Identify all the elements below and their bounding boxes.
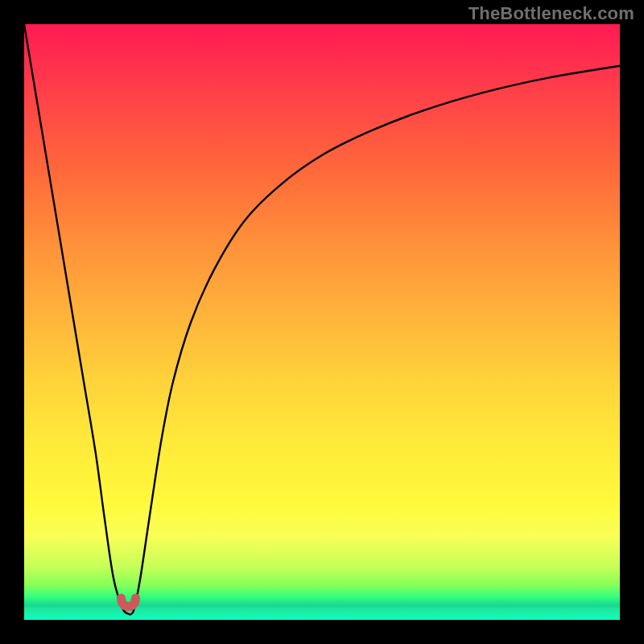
plot-area bbox=[24, 24, 620, 620]
minimum-marker-path bbox=[122, 598, 136, 607]
bottleneck-curve bbox=[24, 24, 620, 615]
curve-path bbox=[24, 24, 620, 615]
chart-svg bbox=[24, 24, 620, 620]
watermark-text: TheBottleneck.com bbox=[469, 3, 634, 24]
minimum-marker bbox=[122, 598, 136, 607]
chart-frame: TheBottleneck.com bbox=[0, 0, 644, 644]
